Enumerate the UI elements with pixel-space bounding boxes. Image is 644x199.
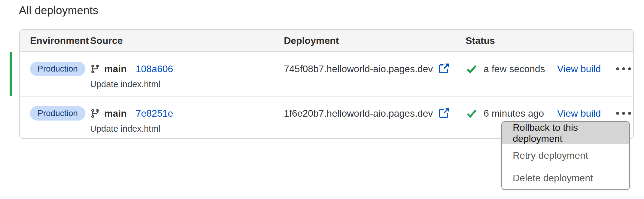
git-branch-icon [90,109,100,118]
menu-item-retry[interactable]: Retry deployment [502,144,629,167]
view-build-link[interactable]: View build [557,63,601,75]
column-header-status: Status [466,35,557,46]
column-header-source: Source [90,35,284,46]
ellipsis-menu-icon [616,67,619,70]
menu-item-delete[interactable]: Delete deployment [502,167,629,189]
branch-name: main [104,108,127,119]
current-deployment-indicator [10,52,12,96]
table-header-row: Environment Source Deployment Status [20,30,633,52]
ellipsis-menu-icon [616,112,619,115]
deployment-url: 745f08b7.helloworld-aio.pages.dev [284,63,433,75]
deployment-url: 1f6e20b7.helloworld-aio.pages.dev [284,108,433,119]
success-check-icon [466,63,478,75]
view-build-link[interactable]: View build [557,108,601,119]
branch-name: main [104,63,127,75]
git-branch-icon [90,64,100,74]
column-header-deployment: Deployment [284,35,466,46]
environment-badge: Production [30,62,85,76]
menu-item-rollback[interactable]: Rollback to this deployment [502,122,629,144]
page-bottom-band [0,196,644,199]
row-actions-menu-button[interactable] [614,108,633,118]
status-time: 6 minutes ago [484,108,544,119]
commit-link[interactable]: 7e8251e [136,108,173,119]
column-header-environment: Environment [30,35,90,46]
status-time: a few seconds [484,63,545,75]
commit-message: Update index.html [90,124,284,134]
commit-link[interactable]: 108a606 [136,63,173,75]
environment-badge: Production [30,106,85,121]
deployment-actions-menu: Rollback to this deployment Retry deploy… [501,121,630,190]
row-actions-menu-button[interactable] [614,64,633,74]
table-row: Production main 108a606 Update index.htm… [20,52,633,96]
page-title: All deployments [19,4,98,17]
external-link-icon[interactable] [438,63,450,75]
success-check-icon [466,107,478,119]
external-link-icon[interactable] [438,107,450,119]
commit-message: Update index.html [90,79,284,89]
